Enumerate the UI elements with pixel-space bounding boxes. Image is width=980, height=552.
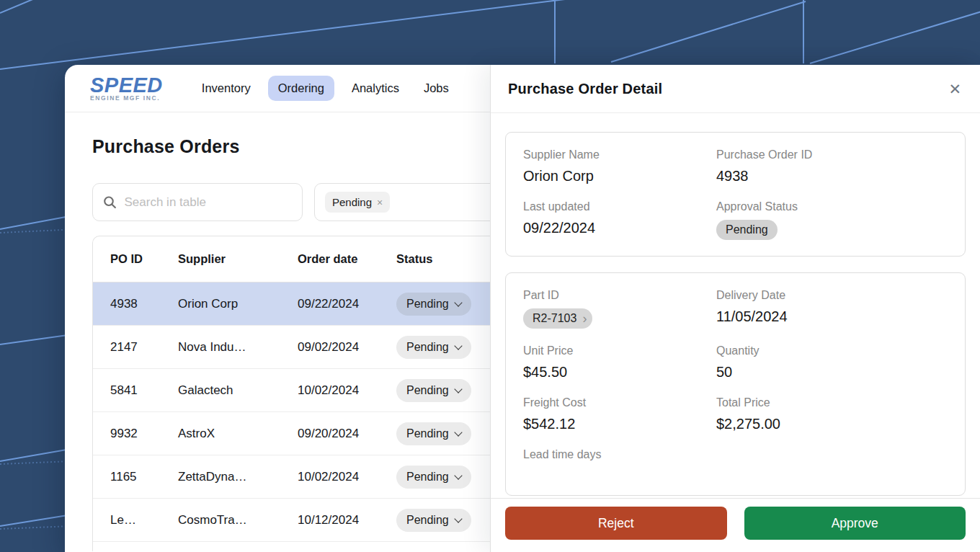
field-last-updated: Last updated 09/22/2024 xyxy=(523,200,716,240)
field-supplier-name: Supplier Name Orion Corp xyxy=(523,148,716,184)
cell-po-id: 2147 xyxy=(110,340,178,355)
page-title: Purchase Orders xyxy=(92,136,490,157)
status-select[interactable]: Pending xyxy=(396,422,471,445)
cell-po-id: Le… xyxy=(110,513,178,527)
chevron-down-icon xyxy=(454,298,462,306)
chevron-down-icon xyxy=(454,342,462,350)
field-label: Supplier Name xyxy=(523,148,716,161)
brand-name: SPEED xyxy=(90,76,163,94)
approve-button[interactable]: Approve xyxy=(744,507,966,540)
chevron-down-icon xyxy=(454,385,462,393)
status-select[interactable]: Pending xyxy=(396,336,471,359)
order-summary-card: Supplier Name Orion Corp Purchase Order … xyxy=(505,132,966,257)
table-row[interactable]: 2147 Nova Indu… 09/02/2024 Pending xyxy=(93,326,490,369)
remove-filter-icon[interactable]: × xyxy=(377,197,383,208)
field-label: Last updated xyxy=(523,200,716,213)
cell-po-id: 4938 xyxy=(110,297,178,311)
status-filter-box[interactable]: Pending × xyxy=(314,183,490,221)
field-freight-cost: Freight Cost $542.12 xyxy=(523,396,716,432)
cell-order-date: 10/02/2024 xyxy=(298,383,396,398)
table-row[interactable]: 1165 ZettaDyna… 10/02/2024 Pending xyxy=(93,455,490,499)
nav-inventory[interactable]: Inventory xyxy=(195,76,258,101)
status-label: Pending xyxy=(406,427,449,440)
field-quantity: Quantity 50 xyxy=(716,344,948,380)
search-input[interactable] xyxy=(125,195,292,210)
orders-page: SPEED ENGINE MGF INC. Inventory Ordering… xyxy=(65,65,490,552)
chevron-down-icon xyxy=(454,428,462,436)
chevron-down-icon xyxy=(454,471,462,479)
brand-logo: SPEED ENGINE MGF INC. xyxy=(90,76,163,102)
field-label: Lead time days xyxy=(523,448,716,461)
part-id-chip[interactable]: R2-7103 › xyxy=(523,308,592,329)
reject-button[interactable]: Reject xyxy=(505,507,727,540)
detail-panel-body: Supplier Name Orion Corp Purchase Order … xyxy=(491,113,980,498)
cell-order-date: 10/12/2024 xyxy=(298,513,396,527)
nav-ordering[interactable]: Ordering xyxy=(268,76,334,101)
table-header-row: PO ID Supplier Order date Status xyxy=(93,236,490,282)
status-label: Pending xyxy=(406,298,449,311)
detail-panel-header: Purchase Order Detail ✕ xyxy=(491,65,980,113)
field-label: Purchase Order ID xyxy=(716,148,948,161)
cell-po-id: 5841 xyxy=(110,383,178,398)
field-part-id: Part ID R2-7103 › xyxy=(523,289,716,329)
column-header-supplier: Supplier xyxy=(178,252,298,266)
cell-supplier: Nova Indu… xyxy=(178,340,298,355)
column-header-po-id: PO ID xyxy=(110,252,178,266)
field-label: Total Price xyxy=(716,396,948,409)
status-select[interactable]: Pending xyxy=(396,379,471,402)
cell-po-id: 1165 xyxy=(110,470,178,484)
field-approval-status: Approval Status Pending xyxy=(716,200,948,240)
field-value: 11/05/2024 xyxy=(716,308,948,325)
cell-order-date: 09/22/2024 xyxy=(298,297,396,311)
field-value: $2,275.00 xyxy=(716,416,948,432)
field-unit-price: Unit Price $45.50 xyxy=(523,344,716,380)
field-label: Unit Price xyxy=(523,344,716,357)
field-value: 50 xyxy=(716,364,948,380)
table-row[interactable]: Le… CosmoTra… 10/12/2024 Pending xyxy=(93,499,490,542)
field-value: Orion Corp xyxy=(523,168,716,184)
table-row[interactable]: 4938 Orion Corp 09/22/2024 Pending xyxy=(93,282,490,326)
search-icon xyxy=(103,195,117,210)
field-label: Quantity xyxy=(716,344,948,357)
table-row[interactable]: 5841 Galactech 10/02/2024 Pending xyxy=(93,369,490,412)
status-select[interactable]: Pending xyxy=(396,466,471,489)
search-box[interactable] xyxy=(92,183,303,221)
status-badge: Pending xyxy=(716,220,778,240)
chevron-right-icon: › xyxy=(582,312,587,325)
table-row[interactable]: 9932 AstroX 09/20/2024 Pending xyxy=(93,412,490,455)
field-lead-time: Lead time days xyxy=(523,448,716,461)
filter-chip-pending[interactable]: Pending × xyxy=(325,192,390,213)
cell-supplier: Orion Corp xyxy=(178,297,298,311)
detail-panel-footer: Reject Approve xyxy=(491,498,980,552)
chevron-down-icon xyxy=(454,515,462,522)
field-po-id: Purchase Order ID 4938 xyxy=(716,148,948,184)
status-select[interactable]: Pending xyxy=(396,293,471,316)
nav-analytics[interactable]: Analytics xyxy=(344,76,406,101)
top-nav-bar: SPEED ENGINE MGF INC. Inventory Ordering… xyxy=(65,65,490,112)
table-controls: Pending × xyxy=(92,183,490,221)
status-select[interactable]: Pending xyxy=(396,509,471,532)
purchase-orders-table: PO ID Supplier Order date Status 4938 Or… xyxy=(92,236,490,551)
cell-supplier: CosmoTra… xyxy=(178,513,298,527)
status-label: Pending xyxy=(406,471,449,484)
field-label: Part ID xyxy=(523,289,716,302)
app-window: SPEED ENGINE MGF INC. Inventory Ordering… xyxy=(65,65,980,552)
field-value: 09/22/2024 xyxy=(523,220,716,236)
close-icon[interactable]: ✕ xyxy=(948,81,961,97)
column-header-status: Status xyxy=(396,252,490,266)
filter-chip-label: Pending xyxy=(332,196,372,208)
cell-supplier: AstroX xyxy=(178,427,298,441)
nav-jobs[interactable]: Jobs xyxy=(416,76,456,101)
cell-po-id: 9932 xyxy=(110,427,178,441)
column-header-order-date: Order date xyxy=(298,252,396,266)
field-value: $45.50 xyxy=(523,364,716,380)
cell-supplier: ZettaDyna… xyxy=(178,470,298,484)
status-label: Pending xyxy=(406,514,449,527)
line-item-card: Part ID R2-7103 › Delivery Date 11/05/20… xyxy=(505,272,966,496)
cell-order-date: 10/02/2024 xyxy=(298,470,396,484)
cell-order-date: 09/20/2024 xyxy=(298,427,396,441)
brand-tagline: ENGINE MGF INC. xyxy=(90,94,163,102)
cell-supplier: Galactech xyxy=(178,383,298,398)
field-delivery-date: Delivery Date 11/05/2024 xyxy=(716,289,948,329)
field-total-price: Total Price $2,275.00 xyxy=(716,396,948,432)
